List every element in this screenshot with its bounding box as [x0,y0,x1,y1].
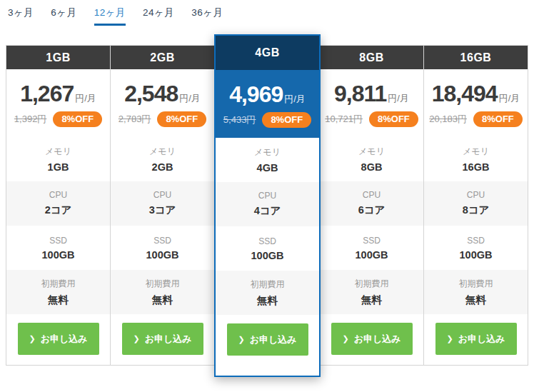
spec-value: 100GB [42,249,75,261]
spec-value: 無料 [361,293,382,307]
spec-row-memory: メモリ 2GB [111,137,214,181]
chevron-right-icon: ❯ [238,335,244,344]
price-value: 18,494 [432,81,498,106]
spec-label: 初期費用 [251,278,285,291]
plan-name: 8GB [320,46,423,69]
spec-value: 無料 [257,294,278,308]
apply-button-label: お申し込み [458,333,505,346]
spec-label: 初期費用 [355,278,389,290]
tab-3months[interactable]: 3ヶ月 [8,6,34,26]
spec-label: 初期費用 [459,278,493,290]
spec-value: 100GB [146,249,179,261]
plan-column-8gb: 8GB 9,811円/月 10,721円 8%OFF メモリ 8GB CPU 6… [319,45,424,366]
spec-row-initial-cost: 初期費用 無料 [216,271,319,315]
tab-12months[interactable]: 12ヶ月 [94,6,126,26]
chevron-right-icon: ❯ [342,334,348,343]
spec-row-ssd: SSD 100GB [111,226,214,270]
spec-label: 初期費用 [41,278,76,290]
apply-button-label: お申し込み [145,333,192,346]
apply-button-label: お申し込み [41,333,88,346]
spec-row-ssd: SSD 100GB [320,226,423,270]
apply-button[interactable]: ❯ お申し込み [331,323,413,355]
apply-button[interactable]: ❯ お申し込み [18,323,99,355]
price-box: 9,811円/月 10,721円 8%OFF [320,69,423,137]
price-value: 2,548 [124,81,178,106]
price-value: 9,811 [334,81,386,106]
price-value: 1,267 [20,81,74,106]
chevron-right-icon: ❯ [446,334,453,343]
spec-row-initial-cost: 初期費用 無料 [320,270,423,314]
spec-row-cpu: CPU 8コア [424,181,528,226]
old-price: 2,783円 [119,113,151,126]
old-price: 5,433円 [223,114,256,126]
spec-label: メモリ [254,146,281,159]
spec-value: 無料 [152,293,173,307]
spec-label: メモリ [358,146,385,158]
price-suffix: 円/月 [499,93,520,104]
tab-36months[interactable]: 36ヶ月 [191,6,223,26]
tab-24months[interactable]: 24ヶ月 [143,6,174,26]
discount-badge: 8%OFF [369,111,418,127]
price-value: 4,969 [229,81,283,107]
spec-value: 3コア [149,203,176,217]
old-price: 20,183円 [429,113,467,126]
chevron-right-icon: ❯ [133,334,139,343]
price-suffix: 円/月 [284,94,306,104]
spec-value: 2コア [45,203,72,217]
spec-label: SSD [49,236,67,246]
plan-column-2gb: 2GB 2,548円/月 2,783円 8%OFF メモリ 2GB CPU 3コ… [110,45,215,366]
apply-button[interactable]: ❯ お申し込み [435,323,517,355]
spec-row-memory: メモリ 1GB [6,137,110,181]
plan-column-4gb-highlighted: 4GB 4,969円/月 5,433円 8%OFF メモリ 4GB CPU 4コ… [214,34,321,377]
price-box: 2,548円/月 2,783円 8%OFF [111,69,214,137]
spec-label: CPU [258,191,276,201]
spec-value: 100GB [356,249,388,261]
spec-row-initial-cost: 初期費用 無料 [424,270,528,314]
spec-value: 無料 [48,293,69,307]
duration-tabs: 3ヶ月 6ヶ月 12ヶ月 24ヶ月 36ヶ月 [0,0,534,26]
spec-label: SSD [258,236,276,246]
spec-row-cpu: CPU 2コア [6,181,110,226]
spec-label: メモリ [149,146,176,158]
spec-row-memory: メモリ 8GB [320,137,423,181]
discount-badge: 8%OFF [53,111,102,127]
apply-button[interactable]: ❯ お申し込み [122,323,203,355]
spec-row-memory: メモリ 16GB [424,137,528,181]
pricing-table: 1GB 1,267円/月 1,392円 8%OFF メモリ 1GB CPU 2コ… [6,45,528,377]
spec-label: CPU [49,190,67,200]
spec-row-cpu: CPU 6コア [320,181,423,226]
spec-row-ssd: SSD 100GB [216,226,319,271]
spec-value: 2GB [152,161,173,173]
spec-label: CPU [153,190,171,200]
price-suffix: 円/月 [75,93,96,104]
spec-label: メモリ [45,146,71,158]
price-suffix: 円/月 [179,93,201,104]
old-price: 1,392円 [14,113,47,126]
apply-button-label: お申し込み [250,333,297,346]
spec-value: 8コア [463,203,490,217]
spec-row-initial-cost: 初期費用 無料 [6,270,110,314]
spec-label: メモリ [463,146,489,158]
discount-badge: 8%OFF [473,111,523,127]
plan-column-16gb: 16GB 18,494円/月 20,183円 8%OFF メモリ 16GB CP… [423,45,528,366]
spec-value: 100GB [460,249,493,261]
plan-name: 16GB [424,46,528,69]
plan-column-1gb: 1GB 1,267円/月 1,392円 8%OFF メモリ 1GB CPU 2コ… [6,45,111,366]
tab-6months[interactable]: 6ヶ月 [51,6,76,26]
old-price: 10,721円 [325,113,363,126]
discount-badge: 8%OFF [157,111,206,127]
chevron-right-icon: ❯ [29,334,35,343]
spec-label: CPU [467,190,485,200]
spec-value: 8GB [361,161,383,173]
spec-row-ssd: SSD 100GB [6,226,110,270]
spec-label: 初期費用 [146,278,180,290]
spec-value: 無料 [465,293,486,307]
spec-label: SSD [363,236,381,246]
spec-value: 100GB [251,250,284,261]
price-box: 4,969円/月 5,433円 8%OFF [216,70,319,138]
apply-button[interactable]: ❯ お申し込み [227,323,308,356]
apply-button-label: お申し込み [354,333,401,346]
price-box: 1,267円/月 1,392円 8%OFF [6,69,110,137]
price-box: 18,494円/月 20,183円 8%OFF [424,69,528,137]
spec-row-ssd: SSD 100GB [424,226,528,270]
